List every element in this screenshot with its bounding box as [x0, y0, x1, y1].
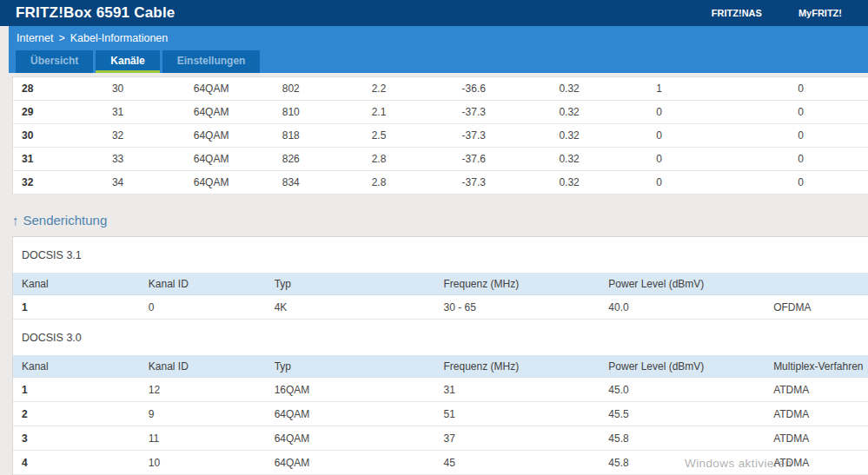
table-cell: 12 — [140, 384, 266, 396]
table-cell: 64QAM — [185, 153, 274, 165]
table-cell: 64QAM — [266, 432, 435, 445]
table-cell: Typ — [266, 360, 435, 373]
senderichtung-heading-label: Senderichtung — [23, 213, 108, 228]
table-cell: 2.8 — [363, 153, 454, 165]
table-cell: Kanal ID — [140, 360, 266, 373]
table-cell: 834 — [274, 176, 363, 188]
breadcrumb-section[interactable]: Internet — [17, 32, 53, 44]
table-cell: 0.32 — [550, 106, 647, 118]
table-cell: 40.0 — [600, 301, 765, 313]
table-cell: 0 — [789, 106, 868, 118]
table-cell: 2 — [13, 408, 140, 420]
fritznas-link[interactable]: FRITZ!NAS — [712, 8, 762, 18]
table-row: 11216QAM3145.0ATDMA — [13, 378, 868, 402]
top-links: FRITZ!NAS MyFRITZ! — [712, 8, 868, 18]
table-cell: Kanal — [13, 278, 140, 290]
table-cell: 0.32 — [550, 82, 647, 95]
docsis31-label: DOCSIS 3.1 — [13, 237, 868, 273]
table-cell: -37.6 — [454, 153, 551, 165]
table-cell: 10 — [140, 457, 266, 469]
table-cell: 64QAM — [185, 82, 274, 95]
table-cell: 64QAM — [266, 408, 435, 420]
tab-einstellungen[interactable]: Einstellungen — [162, 50, 261, 73]
table-cell: ATDMA — [765, 384, 868, 396]
table-cell: 2.8 — [363, 176, 454, 188]
table-cell: 30 — [103, 82, 185, 95]
table-cell: Typ — [266, 278, 435, 290]
myfritz-link[interactable]: MyFRITZ! — [798, 8, 842, 18]
table-cell: 37 — [435, 432, 600, 445]
tab-kanaele[interactable]: Kanäle — [96, 50, 159, 73]
sub-header: Internet > Kabel-Informationen Übersicht… — [9, 26, 868, 73]
table-cell: 64QAM — [185, 176, 274, 188]
table-cell: 810 — [274, 106, 363, 118]
table-row: 41064QAM4545.8ATDMA — [13, 451, 868, 475]
table-cell: Frequenz (MHz) — [435, 360, 600, 373]
table-cell: 34 — [103, 176, 185, 188]
table-cell: 33 — [103, 153, 185, 165]
table-cell: 29 — [13, 106, 103, 118]
table-cell: 31 — [103, 106, 185, 118]
table-row: 283064QAM8022.2-36.60.3210 — [13, 77, 868, 101]
table-cell: 45 — [435, 457, 600, 469]
table-cell: 2.5 — [363, 129, 454, 142]
table-cell: -36.6 — [454, 82, 551, 95]
table-cell: 0 — [789, 129, 868, 142]
table-cell: 45.8 — [600, 457, 765, 469]
table-cell: 802 — [274, 82, 363, 95]
table-cell: Power Level (dBmV) — [600, 360, 765, 373]
breadcrumb-page: Kabel-Informationen — [70, 32, 169, 44]
table-row: 303264QAM8182.5-37.30.3200 — [13, 124, 868, 148]
app-title: FRITZ!Box 6591 Cable — [0, 4, 176, 22]
senderichtung-heading: ↑Senderichtung — [12, 213, 868, 228]
table-row: 104K30 - 6540.0OFDMA — [13, 295, 868, 320]
table-cell: 0 — [647, 176, 789, 188]
table-cell: 9 — [140, 408, 266, 420]
table-cell: 45.8 — [600, 432, 765, 445]
table-row: 2964QAM5145.5ATDMA — [13, 402, 868, 426]
table-cell: 51 — [435, 408, 600, 420]
docsis31-table: 104K30 - 6540.0OFDMA — [13, 295, 868, 320]
empfangsrichtung-table: 283064QAM8022.2-36.60.3210293164QAM8102.… — [12, 76, 868, 195]
up-arrow-icon: ↑ — [12, 213, 19, 228]
table-cell: 0 — [140, 301, 266, 313]
breadcrumb: Internet > Kabel-Informationen — [9, 26, 868, 50]
table-cell: 30 - 65 — [435, 301, 600, 313]
top-bar: FRITZ!Box 6591 Cable FRITZ!NAS MyFRITZ! — [0, 0, 868, 26]
senderichtung-panel: DOCSIS 3.1 KanalKanal IDTypFrequenz (MHz… — [12, 236, 868, 475]
table-cell: 0 — [789, 153, 868, 165]
table-cell: 826 — [274, 153, 363, 165]
table-cell: 31 — [13, 153, 103, 165]
table-cell: 32 — [103, 129, 185, 142]
table-row: 313364QAM8262.8-37.60.3200 — [13, 148, 868, 171]
table-cell: ATDMA — [765, 408, 868, 420]
table-cell: 64QAM — [185, 129, 274, 142]
table-cell: 0.32 — [550, 129, 647, 142]
table-cell: 0 — [647, 153, 789, 165]
docsis30-label: DOCSIS 3.0 — [13, 320, 868, 355]
breadcrumb-separator-icon: > — [58, 32, 64, 44]
table-cell: 0.32 — [550, 176, 647, 188]
docsis30-table: 11216QAM3145.0ATDMA2964QAM5145.5ATDMA311… — [13, 378, 868, 475]
table-cell: -37.3 — [454, 129, 551, 142]
table-cell: 2.2 — [363, 82, 454, 95]
table-cell: Kanal — [13, 360, 140, 373]
table-cell: 30 — [13, 129, 103, 142]
table-cell: 0 — [789, 176, 868, 188]
table-cell: ATDMA — [765, 457, 868, 469]
docsis31-header-row: KanalKanal IDTypFrequenz (MHz)Power Leve… — [13, 273, 868, 295]
table-cell: 2.1 — [363, 106, 454, 118]
table-row: 323464QAM8342.8-37.30.3200 — [13, 171, 868, 195]
table-cell: 28 — [13, 82, 103, 95]
table-cell: 4K — [266, 301, 435, 313]
tab-uebersicht[interactable]: Übersicht — [16, 50, 93, 73]
table-cell: Frequenz (MHz) — [435, 278, 600, 290]
table-cell: Kanal ID — [140, 278, 266, 290]
table-cell: 0 — [647, 106, 789, 118]
table-cell: -37.3 — [454, 176, 551, 188]
docsis30-header-row: KanalKanal IDTypFrequenz (MHz)Power Leve… — [13, 355, 868, 378]
table-cell: 0 — [789, 82, 868, 95]
table-row: 293164QAM8102.1-37.30.3200 — [13, 101, 868, 124]
table-cell: 16QAM — [266, 384, 435, 396]
table-cell: 64QAM — [185, 106, 274, 118]
